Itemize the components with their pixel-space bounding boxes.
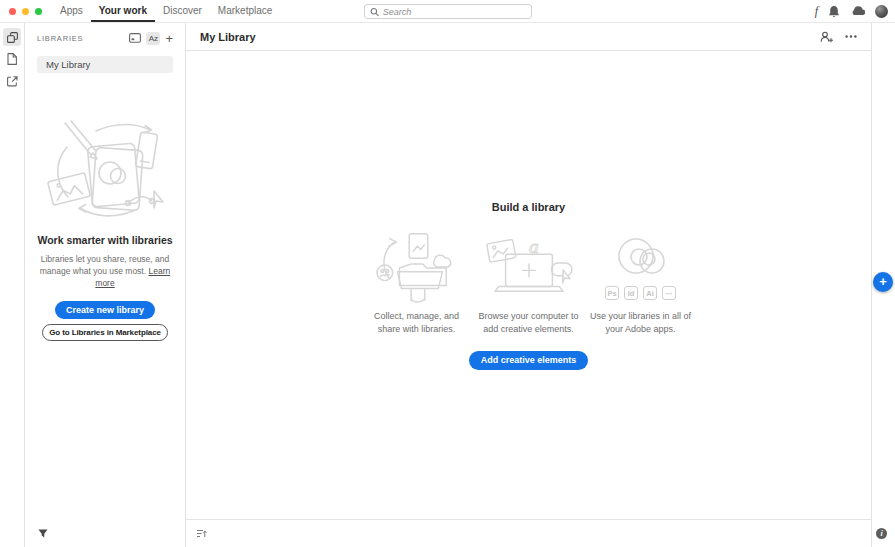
- main-header: My Library: [186, 23, 871, 51]
- photoshop-badge: Ps: [605, 286, 619, 300]
- invite-people-icon[interactable]: [820, 31, 834, 43]
- right-gutter: + i: [872, 23, 895, 547]
- notifications-bell-icon[interactable]: [828, 5, 840, 18]
- illustrator-badge: Ai: [643, 286, 657, 300]
- libraries-illustration: [38, 115, 172, 221]
- app-body: LIBRARIES Az + My Library: [0, 23, 895, 547]
- empty-state-cards: Collect, manage, and share with librarie…: [365, 227, 693, 336]
- empty-library-state: Build a library: [186, 51, 871, 519]
- user-avatar[interactable]: [875, 5, 888, 18]
- creative-cloud-sync-icon[interactable]: [850, 6, 865, 16]
- sort-order-icon[interactable]: [197, 529, 207, 538]
- more-options-icon[interactable]: [845, 35, 857, 38]
- search-icon: [370, 7, 379, 17]
- primary-nav: Apps Your work Discover Marketplace: [52, 0, 280, 22]
- topbar: Apps Your work Discover Marketplace f: [0, 0, 895, 23]
- filter-icon[interactable]: [38, 529, 48, 539]
- sidebar-empty-title: Work smarter with libraries: [37, 234, 173, 246]
- library-title: My Library: [200, 31, 820, 43]
- topbar-actions: f: [815, 0, 888, 22]
- rail-item-files[interactable]: [3, 50, 21, 68]
- add-creative-elements-button[interactable]: Add creative elements: [469, 351, 589, 370]
- more-apps-badge: ⋯: [662, 286, 676, 300]
- close-window-button[interactable]: [9, 8, 16, 15]
- zoom-window-button[interactable]: [35, 8, 42, 15]
- main-footer: [186, 519, 871, 547]
- go-to-libraries-marketplace-button[interactable]: Go to Libraries in Marketplace: [42, 324, 168, 341]
- minimize-window-button[interactable]: [22, 8, 29, 15]
- add-library-button[interactable]: +: [165, 32, 173, 45]
- rail-item-libraries[interactable]: [3, 28, 21, 46]
- app-badges: Ps Id Ai ⋯: [605, 286, 676, 300]
- collect-illustration: [367, 227, 467, 305]
- functions-icon[interactable]: f: [815, 5, 818, 17]
- nav-apps[interactable]: Apps: [52, 0, 91, 22]
- nav-marketplace[interactable]: Marketplace: [210, 0, 280, 22]
- library-list-item[interactable]: My Library: [37, 56, 173, 73]
- view-options-icon[interactable]: [129, 33, 141, 43]
- left-rail: [0, 23, 25, 547]
- apps-card: Ps Id Ai ⋯ Use your libraries in all of …: [589, 227, 693, 336]
- create-new-library-button[interactable]: Create new library: [55, 301, 155, 319]
- rail-item-shared[interactable]: [3, 72, 21, 90]
- indesign-badge: Id: [624, 286, 638, 300]
- main-panel: My Library Build a library: [186, 23, 872, 547]
- sidebar-empty-description: Libraries let you share, reuse, and mana…: [37, 253, 173, 289]
- sort-alphabetical-toggle[interactable]: Az: [146, 32, 160, 45]
- sidebar-header: LIBRARIES Az +: [37, 23, 173, 53]
- collect-caption: Collect, manage, and share with librarie…: [365, 310, 469, 336]
- browse-caption: Browse your computer to add creative ele…: [477, 310, 581, 336]
- build-library-title: Build a library: [492, 201, 565, 213]
- file-icon: [7, 53, 17, 65]
- share-external-icon: [7, 76, 18, 87]
- apps-caption: Use your libraries in all of your Adobe …: [589, 310, 693, 336]
- libraries-sidebar: LIBRARIES Az + My Library: [25, 23, 186, 547]
- creative-cloud-illustration: [591, 231, 691, 283]
- info-icon[interactable]: i: [876, 528, 887, 539]
- browse-illustration: a: [479, 227, 579, 305]
- collect-card: Collect, manage, and share with librarie…: [365, 227, 469, 336]
- libraries-icon: [7, 32, 18, 43]
- search-box[interactable]: [364, 4, 532, 19]
- nav-discover[interactable]: Discover: [155, 0, 210, 22]
- nav-your-work[interactable]: Your work: [91, 0, 155, 22]
- window-controls: [0, 8, 42, 15]
- add-fab-button[interactable]: +: [873, 272, 893, 292]
- sidebar-title: LIBRARIES: [37, 34, 129, 43]
- search-input[interactable]: [383, 7, 526, 17]
- browse-card: a Browse your computer to add creative e…: [477, 227, 581, 336]
